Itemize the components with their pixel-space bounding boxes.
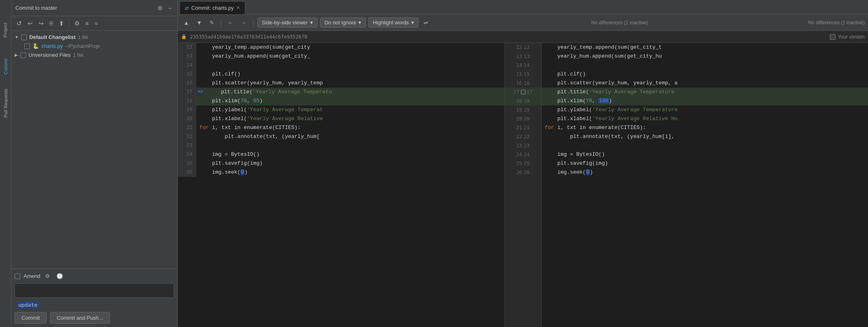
- diff-line-17-right: plt.title('Yearly Average Temperature: [542, 88, 868, 97]
- amend-checkbox[interactable]: [15, 273, 20, 279]
- commit-message-wrapper: update: [15, 283, 174, 309]
- changelist-name: Default Changelist: [29, 34, 76, 40]
- undo-button[interactable]: ↩: [26, 19, 35, 28]
- code-16-left: plt.scatter(yearly_hum, yearly_temp: [196, 79, 505, 88]
- unversioned-checkbox[interactable]: [20, 52, 26, 58]
- minimize-button[interactable]: −: [167, 4, 173, 12]
- commit-message-input[interactable]: [15, 283, 174, 298]
- code-17-right: plt.title('Yearly Average Temperature: [542, 88, 868, 97]
- file-checkbox[interactable]: [24, 43, 30, 49]
- sidebar-item-commit[interactable]: Commit: [0, 50, 11, 83]
- changelist-checkbox[interactable]: [21, 34, 27, 40]
- expand-button[interactable]: ≡: [83, 19, 91, 28]
- highlight-dropdown-label: Highlight words: [373, 19, 409, 26]
- center-nums-22: 2222: [505, 132, 541, 141]
- amend-history-button[interactable]: 🕐: [55, 272, 65, 280]
- gutter-13-left: 13: [178, 52, 196, 61]
- file-tree: ▼ Default Changelist 1 file 🐍 charts.py …: [11, 31, 177, 269]
- diff-line-20-right: plt.xlabel('Yearly Average Relative Hu: [542, 114, 868, 123]
- code-26-right: img.seek(0): [542, 168, 868, 177]
- upload-button[interactable]: ⬆: [57, 19, 66, 28]
- settings-button[interactable]: ⚙: [156, 4, 164, 12]
- center-gutter: 1212 1313 1414 1515 1616 1717 1818 1919 …: [505, 43, 542, 327]
- amend-row: Amend ⚙ 🕐: [15, 272, 174, 280]
- diff-line-22-right: plt.annotate(txt, (yearly_hum[i],: [542, 132, 868, 141]
- diff-tab[interactable]: ⇄ Commit: charts.py ✕: [179, 1, 245, 14]
- highlight-dropdown[interactable]: Highlight words ▾: [368, 17, 419, 28]
- settings-diff-button[interactable]: ⇌: [421, 18, 431, 27]
- panel-actions: ⚙ −: [156, 4, 173, 12]
- file-name: charts.py: [41, 43, 63, 49]
- move-to-changelist-button[interactable]: ↪: [37, 19, 46, 28]
- diff-toolbar: ▲ ▼ ✎ ← → Side-by-side viewer ▾ Do not i…: [178, 15, 868, 31]
- diff-status: No differences (1 inactive): [591, 20, 648, 26]
- amend-settings-button[interactable]: ⚙: [43, 272, 52, 280]
- gutter-20-left: 20: [178, 114, 196, 123]
- diff-left-lines: 12 yearly_temp.append(sum(get_city 13 ye…: [178, 43, 505, 177]
- code-26-left: img.seek(0): [196, 168, 505, 177]
- unversioned-header[interactable]: ▶ Unversioned Files 1 file: [11, 50, 177, 60]
- commit-and-push-button[interactable]: Commit and Push...: [50, 312, 110, 324]
- diff-line-13-right: yearly_hum.append(sum(get_city_hu: [542, 52, 868, 61]
- diff-line-23-right: [542, 141, 868, 150]
- code-18-right: plt.xlim(70, 100): [542, 97, 868, 105]
- diff-line-12-left: 12 yearly_temp.append(sum(get_city: [178, 43, 505, 52]
- ignore-dropdown[interactable]: Do not ignore ▾: [320, 17, 366, 28]
- code-25-left: plt.savefig(img): [196, 159, 505, 168]
- diff-right-lines: yearly_temp.append(sum(get_city_t yearly…: [542, 43, 868, 177]
- unversioned-count: 1 file: [73, 52, 83, 58]
- code-12-left: yearly_temp.append(sum(get_city: [196, 43, 505, 52]
- center-nums-15: 1515: [505, 70, 541, 79]
- bottom-section: Amend ⚙ 🕐 update Commit Commit and Push.…: [11, 269, 177, 327]
- view-button[interactable]: ⚙: [72, 19, 82, 28]
- code-23-right: [542, 141, 868, 150]
- viewer-dropdown-arrow: ▾: [310, 19, 313, 26]
- nav-up-button[interactable]: ▲: [181, 18, 192, 27]
- code-25-right: plt.savefig(img): [542, 159, 868, 168]
- diff-button[interactable]: ⎘: [48, 19, 55, 28]
- file-item-charts[interactable]: 🐍 charts.py ~/PycharmProje: [11, 42, 177, 50]
- code-19-right: plt.ylabel('Yearly Average Temperature: [542, 105, 868, 114]
- nav-next-button[interactable]: →: [238, 18, 249, 27]
- code-24-left: img = BytesIO(): [196, 150, 505, 159]
- diff-line-15-right: plt.clf(): [542, 70, 868, 79]
- code-17-left: plt.title('Yearly Average Temperatu: [205, 88, 505, 97]
- diff-line-21-left: 21 for i, txt in enumerate(CITIES):: [178, 123, 505, 132]
- highlight-dropdown-arrow: ▾: [411, 19, 414, 26]
- diff-line-21-right: for i, txt in enumerate(CITIES):: [542, 123, 868, 132]
- gutter-14-left: 14: [178, 61, 196, 70]
- diff-line-12-right: yearly_temp.append(sum(get_city_t: [542, 43, 868, 52]
- nav-down-button[interactable]: ▼: [194, 18, 205, 27]
- sidebar-item-project[interactable]: Project: [0, 14, 11, 46]
- diff-line-24-right: img = BytesIO(): [542, 150, 868, 159]
- nav-prev-button[interactable]: ←: [225, 18, 236, 27]
- viewer-dropdown[interactable]: Side-by-side viewer ▾: [257, 17, 317, 28]
- center-nums-17: 1717: [505, 88, 541, 97]
- changelist-header[interactable]: ▼ Default Changelist 1 file: [11, 32, 177, 42]
- python-file-icon: 🐍: [32, 43, 39, 49]
- code-21-right: for i, txt in enumerate(CITIES):: [542, 123, 868, 132]
- sidebar: Project Commit Pull Requests: [0, 0, 11, 327]
- diff-tab-close[interactable]: ✕: [236, 5, 240, 11]
- commit-button[interactable]: Commit: [15, 312, 47, 324]
- refresh-button[interactable]: ↺: [15, 19, 24, 28]
- more-button[interactable]: ≈: [93, 19, 100, 28]
- ignore-dropdown-label: Do not ignore: [324, 19, 356, 26]
- lock-icon: 🔒: [181, 34, 187, 39]
- changelist-count: 1 file: [78, 34, 88, 40]
- edit-button[interactable]: ✎: [207, 18, 217, 27]
- arrow-col-17[interactable]: >>: [196, 88, 205, 97]
- diff-right-pane: yearly_temp.append(sum(get_city_t yearly…: [542, 43, 868, 327]
- unversioned-label: Unversioned Files: [28, 52, 71, 58]
- diff-line-16-left: 16 plt.scatter(yearly_hum, yearly_temp: [178, 79, 505, 88]
- code-14-right: [542, 61, 868, 70]
- diff-tab-icon: ⇄: [185, 5, 189, 11]
- diff-toolbar-sep-1: [221, 19, 221, 26]
- center-nums-23: 2323: [505, 141, 541, 150]
- center-nums-20: 2020: [505, 114, 541, 123]
- diff-header-bar: 🔒 235355ad41b9ae1fda33763d11e44c6fe93526…: [178, 31, 868, 43]
- diff-line-25-left: 25 plt.savefig(img): [178, 159, 505, 168]
- your-version-checkbox[interactable]: [830, 34, 836, 40]
- center-nums-26: 2626: [505, 168, 541, 177]
- sidebar-item-pull-requests[interactable]: Pull Requests: [0, 87, 11, 119]
